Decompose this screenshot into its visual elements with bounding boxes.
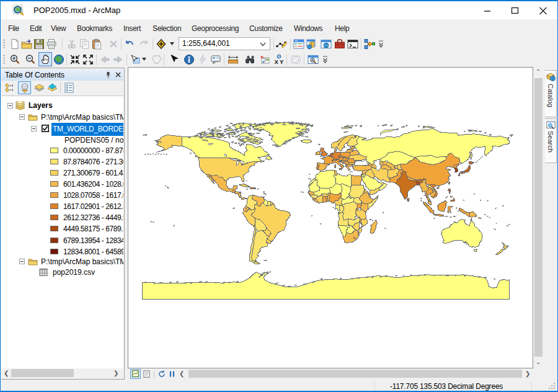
svg-text:Y: Y: [280, 58, 284, 65]
svg-text:X: X: [275, 58, 279, 65]
